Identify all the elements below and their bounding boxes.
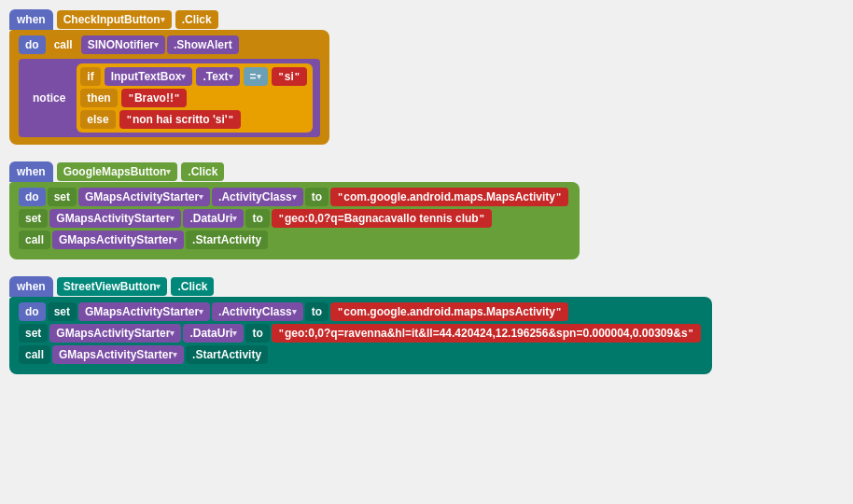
sv-gmaps3-dropdown[interactable]: ▾ [173,350,177,359]
data-uri-1-block[interactable]: .DataUri ▾ [183,209,244,228]
googlemaps-dropdown[interactable]: ▾ [166,167,171,176]
sv-actclass-dropdown[interactable]: ▾ [292,307,297,316]
quote-right-2: " [175,92,179,104]
sv-data-uri-label: .DataUri [189,327,232,340]
sv-geo-string: " geo:0,0?q=ravenna&hl=it&ll=44.420424,1… [272,324,701,343]
quote-left-1: " [279,71,284,82]
then-keyword: then [80,89,117,107]
do-keyword-2: do [19,188,46,206]
streetview-button-label: StreetViewButton [63,280,157,293]
inputtextbox-block[interactable]: InputTextBox ▾ [105,67,193,86]
sv-maps-activity-string: " com.google.android.maps.MapsActivity " [330,302,568,321]
string-si-block: " si " [272,67,307,86]
gmaps-starter-2-label: GMapsActivityStarter [56,212,170,225]
gmaps2-dropdown[interactable]: ▾ [170,214,175,223]
block3-wrapper: when StreetViewButton ▾ .Click do set GM… [9,276,712,374]
then-row: then " Bravo!! " [80,89,309,107]
click-event-3: .Click [171,277,214,296]
click-event-1: .Click [175,10,218,29]
click-event-2: .Click [181,162,224,181]
googlemaps-button-block[interactable]: GoogleMapsButton ▾ [57,162,178,181]
sv-datauri-dropdown[interactable]: ▾ [232,329,237,338]
call-keyword-3: call [19,345,50,364]
inputtextbox-dropdown[interactable]: ▾ [181,72,186,81]
sv-activity-class-block[interactable]: .ActivityClass ▾ [212,302,303,321]
bravo-string-block: " Bravo!! " [121,89,187,107]
set2-keyword: set [19,209,48,228]
quote-r7: " [689,328,693,339]
eq-block[interactable]: = ▾ [244,67,268,86]
sv-gmaps-starter-2-label: GMapsActivityStarter [56,327,170,340]
checkinput-button-block[interactable]: CheckInputButton ▾ [57,10,172,29]
eq-symbol-label: = [250,70,257,83]
start-activity-3-block: .StartActivity [186,345,268,364]
datauri1-dropdown[interactable]: ▾ [232,214,237,223]
quote-l6: " [338,306,343,317]
gmaps-starter-2-block[interactable]: GMapsActivityStarter ▾ [49,209,181,228]
text-prop-label: .Text [203,70,228,83]
eq-dropdown[interactable]: ▾ [257,72,261,81]
streetview-button-block[interactable]: StreetViewButton ▾ [57,277,168,296]
block3-when-row: when StreetViewButton ▾ .Click [9,276,712,297]
show-alert-block: .ShowAlert [167,35,239,54]
sv-gmaps-starter-1-block[interactable]: GMapsActivityStarter ▾ [78,302,210,321]
block3-outer-container: do set GMapsActivityStarter ▾ .ActivityC… [9,297,712,374]
sv-gmaps-starter-3-label: GMapsActivityStarter [59,348,173,361]
block1-wrapper: when CheckInputButton ▾ .Click do call S… [9,9,329,145]
when-keyword-1: when [9,9,53,30]
streetview-dropdown[interactable]: ▾ [156,282,161,291]
sino-notifier-label: SINONotifier [88,38,154,51]
quote-r4: " [556,191,561,203]
do-keyword-3: do [19,302,46,321]
if-block-outer: if InputTextBox ▾ .Text ▾ = ▾ [77,63,313,133]
block1-inner-purple: notice if InputTextBox ▾ .Text [19,59,320,137]
set3-keyword: set [48,302,77,321]
notice-row: notice if InputTextBox ▾ .Text [26,63,313,133]
non-hai-string-block: " non hai scritto 'si' " [119,110,241,129]
quote-l5: " [279,213,284,224]
block3-call-row: call GMapsActivityStarter ▾ .StartActivi… [19,345,703,364]
sino-dropdown[interactable]: ▾ [154,40,159,49]
to1-keyword: to [305,188,329,206]
quote-r6: " [556,306,561,317]
sv-data-uri-block[interactable]: .DataUri ▾ [183,324,244,343]
block1-when-row: when CheckInputButton ▾ .Click [9,9,329,30]
checkinput-button-label: CheckInputButton [63,13,161,26]
sino-notifier-block[interactable]: SINONotifier ▾ [81,35,165,54]
quote-left-3: " [127,114,132,125]
gmaps1-dropdown[interactable]: ▾ [199,192,203,202]
sv-gmaps-starter-2-block[interactable]: GMapsActivityStarter ▾ [49,324,181,343]
gmaps3-dropdown[interactable]: ▾ [173,235,177,245]
text-prop-block[interactable]: .Text ▾ [196,67,239,86]
maps-activity-value: com.google.android.maps.MapsActivity [343,190,555,203]
gmaps-starter-3-block[interactable]: GMapsActivityStarter ▾ [52,231,184,249]
data-uri-1-label: .DataUri [189,212,232,225]
sv-maps-activity-value: com.google.android.maps.MapsActivity [343,305,555,318]
activity-class-block[interactable]: .ActivityClass ▾ [212,188,303,206]
sv-gmaps2-dropdown[interactable]: ▾ [170,329,175,338]
non-hai-value: non hai scritto 'si' [133,113,228,126]
set1-keyword: set [48,188,77,206]
maps-activity-string: " com.google.android.maps.MapsActivity " [330,188,568,206]
when-keyword-3: when [9,276,53,297]
actclass-dropdown[interactable]: ▾ [292,192,297,202]
checkinput-dropdown-arrow[interactable]: ▾ [161,15,165,24]
string-si-value: si [285,70,294,83]
block2-set2-row: set GMapsActivityStarter ▾ .DataUri ▾ to… [19,209,570,228]
quote-l7: " [279,328,284,339]
gmaps-starter-1-block[interactable]: GMapsActivityStarter ▾ [78,188,210,206]
sv-gmaps1-dropdown[interactable]: ▾ [199,307,203,316]
quote-r5: " [480,213,484,224]
block2-do-section: do set GMapsActivityStarter ▾ .ActivityC… [9,182,580,259]
call-keyword-1: call [48,35,79,54]
set4-keyword: set [19,324,48,343]
text-dropdown[interactable]: ▾ [229,72,233,81]
block3-set2-row: set GMapsActivityStarter ▾ .DataUri ▾ to… [19,324,703,343]
block3-do-section: do set GMapsActivityStarter ▾ .ActivityC… [9,297,712,374]
sv-gmaps-starter-3-block[interactable]: GMapsActivityStarter ▾ [52,345,184,364]
start-activity-1-block: .StartActivity [186,231,268,249]
else-row: else " non hai scritto 'si' " [80,110,309,129]
block1-do-section: do call SINONotifier ▾ .ShowAlert notice… [9,30,329,145]
googlemaps-button-label: GoogleMapsButton [63,165,167,178]
quote-l4: " [338,191,343,203]
